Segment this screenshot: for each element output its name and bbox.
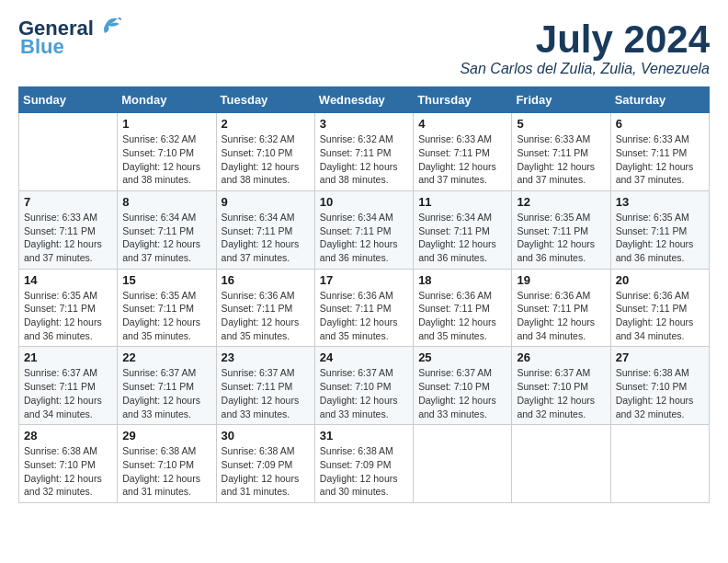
day-number: 30	[222, 429, 310, 442]
day-info: Sunrise: 6:33 AMSunset: 7:11 PMDaylight:…	[616, 132, 704, 187]
table-row: 25Sunrise: 6:37 AMSunset: 7:10 PMDayligh…	[414, 347, 512, 425]
logo-blue-text: Blue	[20, 35, 64, 59]
table-row: 30Sunrise: 6:38 AMSunset: 7:09 PMDayligh…	[216, 425, 314, 503]
day-number: 19	[517, 273, 605, 287]
day-number: 27	[616, 350, 704, 364]
day-number: 1	[122, 117, 210, 131]
table-row: 2Sunrise: 6:32 AMSunset: 7:10 PMDaylight…	[216, 113, 314, 191]
day-info: Sunrise: 6:32 AMSunset: 7:10 PMDaylight:…	[222, 132, 310, 187]
day-number: 6	[616, 117, 704, 131]
day-number: 20	[616, 273, 704, 287]
day-number: 31	[320, 429, 408, 442]
day-number: 21	[24, 350, 112, 364]
day-info: Sunrise: 6:37 AMSunset: 7:11 PMDaylight:…	[24, 366, 112, 420]
day-number: 9	[222, 195, 310, 209]
table-row: 17Sunrise: 6:36 AMSunset: 7:11 PMDayligh…	[314, 269, 413, 347]
table-row: 14Sunrise: 6:35 AMSunset: 7:11 PMDayligh…	[19, 269, 118, 347]
day-number: 11	[418, 195, 506, 209]
title-area: July 2024 San Carlos del Zulia, Zulia, V…	[460, 18, 710, 77]
col-friday: Friday	[512, 87, 610, 113]
table-row: 7Sunrise: 6:33 AMSunset: 7:11 PMDaylight…	[19, 190, 118, 269]
col-tuesday: Tuesday	[216, 87, 314, 113]
table-row	[512, 425, 610, 503]
day-info: Sunrise: 6:33 AMSunset: 7:11 PMDaylight:…	[517, 132, 605, 187]
day-info: Sunrise: 6:38 AMSunset: 7:10 PMDaylight:…	[122, 444, 210, 499]
table-row	[414, 425, 512, 503]
day-info: Sunrise: 6:37 AMSunset: 7:10 PMDaylight:…	[517, 366, 605, 420]
col-monday: Monday	[118, 87, 216, 113]
table-row: 20Sunrise: 6:36 AMSunset: 7:11 PMDayligh…	[610, 269, 709, 347]
day-number: 25	[418, 350, 506, 364]
day-number: 10	[320, 195, 408, 209]
month-title: July 2024	[460, 18, 710, 61]
day-info: Sunrise: 6:32 AMSunset: 7:10 PMDaylight:…	[122, 132, 210, 187]
logo: General Blue	[18, 18, 121, 59]
day-info: Sunrise: 6:38 AMSunset: 7:10 PMDaylight:…	[24, 444, 112, 499]
day-info: Sunrise: 6:37 AMSunset: 7:11 PMDaylight:…	[122, 366, 210, 420]
day-info: Sunrise: 6:37 AMSunset: 7:11 PMDaylight:…	[222, 366, 310, 420]
table-row: 21Sunrise: 6:37 AMSunset: 7:11 PMDayligh…	[19, 347, 118, 425]
day-info: Sunrise: 6:36 AMSunset: 7:11 PMDaylight:…	[418, 289, 506, 343]
day-number: 14	[24, 273, 112, 287]
col-thursday: Thursday	[414, 87, 512, 113]
table-row: 26Sunrise: 6:37 AMSunset: 7:10 PMDayligh…	[512, 347, 610, 425]
table-row: 19Sunrise: 6:36 AMSunset: 7:11 PMDayligh…	[512, 269, 610, 347]
day-info: Sunrise: 6:36 AMSunset: 7:11 PMDaylight:…	[320, 289, 408, 343]
day-number: 22	[122, 350, 210, 364]
table-row: 6Sunrise: 6:33 AMSunset: 7:11 PMDaylight…	[610, 113, 709, 191]
day-info: Sunrise: 6:33 AMSunset: 7:11 PMDaylight:…	[418, 132, 506, 187]
table-row: 8Sunrise: 6:34 AMSunset: 7:11 PMDaylight…	[118, 190, 216, 269]
day-info: Sunrise: 6:34 AMSunset: 7:11 PMDaylight:…	[418, 211, 506, 265]
day-info: Sunrise: 6:33 AMSunset: 7:11 PMDaylight:…	[24, 211, 112, 265]
day-number: 7	[24, 195, 112, 209]
table-row: 5Sunrise: 6:33 AMSunset: 7:11 PMDaylight…	[512, 113, 610, 191]
day-number: 16	[222, 273, 310, 287]
day-number: 29	[122, 429, 210, 442]
day-info: Sunrise: 6:38 AMSunset: 7:09 PMDaylight:…	[320, 444, 408, 499]
calendar-table: Sunday Monday Tuesday Wednesday Thursday…	[18, 86, 710, 503]
day-info: Sunrise: 6:38 AMSunset: 7:10 PMDaylight:…	[616, 366, 704, 420]
day-info: Sunrise: 6:37 AMSunset: 7:10 PMDaylight:…	[320, 366, 408, 420]
day-info: Sunrise: 6:36 AMSunset: 7:11 PMDaylight:…	[517, 289, 605, 343]
day-number: 15	[122, 273, 210, 287]
table-row: 3Sunrise: 6:32 AMSunset: 7:11 PMDaylight…	[314, 113, 413, 191]
table-row: 27Sunrise: 6:38 AMSunset: 7:10 PMDayligh…	[610, 347, 709, 425]
day-info: Sunrise: 6:35 AMSunset: 7:11 PMDaylight:…	[122, 289, 210, 343]
table-row: 24Sunrise: 6:37 AMSunset: 7:10 PMDayligh…	[314, 347, 413, 425]
day-info: Sunrise: 6:36 AMSunset: 7:11 PMDaylight:…	[222, 289, 310, 343]
day-number: 23	[222, 350, 310, 364]
table-row: 10Sunrise: 6:34 AMSunset: 7:11 PMDayligh…	[314, 190, 413, 269]
day-info: Sunrise: 6:34 AMSunset: 7:11 PMDaylight:…	[222, 211, 310, 265]
table-row	[19, 113, 118, 191]
table-row: 31Sunrise: 6:38 AMSunset: 7:09 PMDayligh…	[314, 425, 413, 503]
day-number: 26	[517, 350, 605, 364]
table-row: 22Sunrise: 6:37 AMSunset: 7:11 PMDayligh…	[118, 347, 216, 425]
table-row: 11Sunrise: 6:34 AMSunset: 7:11 PMDayligh…	[414, 190, 512, 269]
day-info: Sunrise: 6:35 AMSunset: 7:11 PMDaylight:…	[24, 289, 112, 343]
day-info: Sunrise: 6:35 AMSunset: 7:11 PMDaylight:…	[616, 211, 704, 265]
day-info: Sunrise: 6:32 AMSunset: 7:11 PMDaylight:…	[320, 132, 408, 187]
day-number: 2	[222, 117, 310, 131]
calendar-week-row: 28Sunrise: 6:38 AMSunset: 7:10 PMDayligh…	[19, 425, 710, 503]
day-number: 12	[517, 195, 605, 209]
table-row: 12Sunrise: 6:35 AMSunset: 7:11 PMDayligh…	[512, 190, 610, 269]
day-info: Sunrise: 6:36 AMSunset: 7:11 PMDaylight:…	[616, 289, 704, 343]
table-row	[610, 425, 709, 503]
table-row: 9Sunrise: 6:34 AMSunset: 7:11 PMDaylight…	[216, 190, 314, 269]
day-info: Sunrise: 6:34 AMSunset: 7:11 PMDaylight:…	[320, 211, 408, 265]
col-saturday: Saturday	[610, 87, 709, 113]
day-number: 3	[320, 117, 408, 131]
calendar-week-row: 14Sunrise: 6:35 AMSunset: 7:11 PMDayligh…	[19, 269, 710, 347]
day-number: 8	[122, 195, 210, 209]
calendar-week-row: 7Sunrise: 6:33 AMSunset: 7:11 PMDaylight…	[19, 190, 710, 269]
calendar-week-row: 21Sunrise: 6:37 AMSunset: 7:11 PMDayligh…	[19, 347, 710, 425]
day-info: Sunrise: 6:38 AMSunset: 7:09 PMDaylight:…	[222, 444, 310, 499]
day-number: 13	[616, 195, 704, 209]
table-row: 18Sunrise: 6:36 AMSunset: 7:11 PMDayligh…	[414, 269, 512, 347]
day-number: 18	[418, 273, 506, 287]
table-row: 23Sunrise: 6:37 AMSunset: 7:11 PMDayligh…	[216, 347, 314, 425]
day-info: Sunrise: 6:34 AMSunset: 7:11 PMDaylight:…	[122, 211, 210, 265]
day-number: 17	[320, 273, 408, 287]
col-sunday: Sunday	[19, 87, 118, 113]
table-row: 29Sunrise: 6:38 AMSunset: 7:10 PMDayligh…	[118, 425, 216, 503]
